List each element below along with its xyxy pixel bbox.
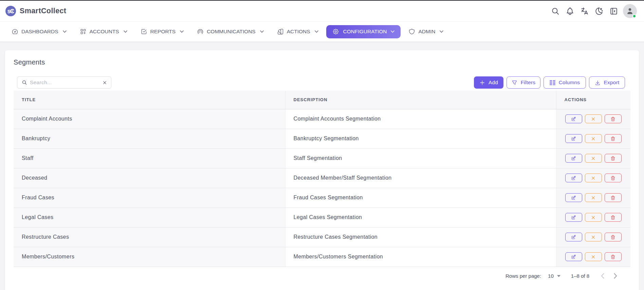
svg-text:s: s (7, 8, 11, 15)
